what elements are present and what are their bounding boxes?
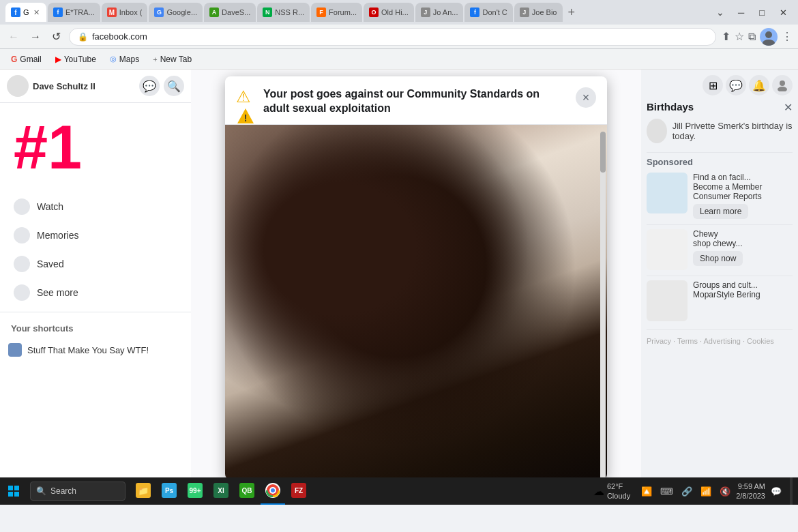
sponsored-title: Sponsored [647,157,793,167]
url-bar[interactable]: 🔒 facebook.com [69,28,716,46]
taskbar-photoshop[interactable]: Ps [157,477,181,505]
link-icon[interactable]: 🔗 [679,485,695,498]
tab-10[interactable]: f Don't C [464,3,512,22]
tab-4[interactable]: G Google... [149,3,203,22]
quickbooks-icon: QB [239,483,254,498]
sidebar-see-more[interactable]: See more [5,279,186,306]
tab-2[interactable]: f E*TRA... [48,3,100,22]
system-clock[interactable]: 9:59 AM 2/8/2023 [736,482,765,501]
bookmark-label: YouTube [64,55,96,64]
taskbar-filezilla[interactable]: FZ [286,477,311,505]
keyboard-icon[interactable]: ⌨ [657,485,676,498]
page-body: Dave Schultz II 💬 🔍 #1 Watch Memories Sa… [0,70,798,477]
address-bar: ← → ↺ 🔒 facebook.com ⬆ ☆ ⧉ ⋮ [0,25,798,49]
back-button[interactable]: ← [5,29,22,44]
network-icon[interactable]: 🔼 [638,485,655,498]
notification-center-icon[interactable]: 💬 [768,485,784,498]
taskbar-chrome[interactable] [261,477,285,505]
wifi-icon[interactable]: 📶 [698,485,714,498]
taskbar-search-label: Search [50,486,76,496]
grid-icon[interactable]: ⊞ [703,75,723,95]
ad-image-2 [647,229,688,270]
taskbar-quickbooks[interactable]: QB [235,477,259,505]
sidebar-watch-label: Watch [37,201,63,212]
taskbar-file-explorer[interactable]: 📁 [131,477,156,505]
search-sidebar-icon[interactable]: 🔍 [164,76,184,96]
bookmark-label: Gmail [20,55,41,64]
right-sidebar-footer: Privacy · Terms · Advertising · Cookies [647,334,793,348]
tab-9[interactable]: J Jo An... [415,3,464,22]
ad-btn-1[interactable]: Learn more [693,204,748,219]
sidebar-user-avatar [7,75,29,97]
tab-label-6: NSS R... [275,8,304,16]
ad-item-1: Find a on facil... Become a Member Consu… [647,173,793,219]
sidebar-saved[interactable]: Saved [5,250,186,278]
ad-brand-3: MoparStyle Bering [693,290,760,299]
scrollbar-thumb[interactable] [600,132,606,173]
ad-description-2: shop chewy... [693,239,743,248]
ad-text-1: Find a on facil... Become a Member Consu… [693,173,793,219]
refresh-button[interactable]: ↺ [49,29,63,44]
sidebar-watch[interactable]: Watch [5,193,186,220]
birthday-item: Jill Privette Smerk's birthday is today. [647,118,793,144]
tab-5[interactable]: A DaveS... [204,3,256,22]
taskbar-search-bar[interactable]: 🔍 Search [30,482,125,501]
taskbar-counter-app[interactable]: 99+ [183,477,207,505]
tab-label-4: Google... [166,8,197,16]
sidebar-group-item-1[interactable]: Stuff That Make You Say WTF! [0,339,191,361]
right-sidebar: ⊞ 💬 🔔 Birthdays ✕ Jill Privette Smerk's … [641,70,798,477]
volume-icon[interactable]: 🔇 [717,485,733,498]
taskbar-excel[interactable]: Xl [209,477,233,505]
tab-8[interactable]: O Old Hi... [364,3,414,22]
file-explorer-icon: 📁 [136,483,151,498]
tab-7[interactable]: F Forum... [311,3,362,22]
modal-title-block: Your post goes against our Community Sta… [263,87,567,116]
show-desktop-button[interactable] [790,477,793,505]
minimize-button[interactable]: ─ [733,6,750,19]
sidebar-section-title: Your shortcuts [0,318,191,339]
tab-3[interactable]: M Inbox ( [102,3,148,22]
messenger-right-icon[interactable]: 💬 [726,75,746,95]
bookmark-youtube[interactable]: ▶ YouTube [53,53,99,65]
modal-scrollbar[interactable] [600,125,606,477]
tab-close-btn[interactable]: ✕ [32,7,41,18]
search-icon: 🔍 [36,486,46,496]
ad-text-2: Chewy shop chewy... Shop now [693,229,743,266]
modal-overlay: ! Your post goes against our Community S… [191,70,641,477]
split-view-button[interactable]: ⧉ [748,31,756,43]
menu-button[interactable]: ⋮ [782,30,793,43]
tab-facebook[interactable]: f G ✕ [5,3,46,22]
tab-list-button[interactable]: ⌄ [712,5,728,19]
notification-icon[interactable]: 🔔 [749,75,769,95]
sidebar-group-label: Stuff That Make You Say WTF! [27,345,149,355]
ad-btn-2[interactable]: Shop now [693,251,743,266]
counter-icon: 99+ [188,483,203,498]
maximize-button[interactable]: □ [754,6,770,19]
weather-text: 62°F Cloudy [607,482,630,501]
close-button[interactable]: ✕ [774,6,793,19]
ad-description-3: Groups and cult... [693,280,760,290]
ad-description-1: Become a Member Consumer Reports [693,182,793,201]
new-tab-button[interactable]: + [564,5,580,20]
bookmark-newtab[interactable]: + New Tab [150,53,194,65]
bookmark-maps[interactable]: ◎ Maps [107,53,142,65]
main-feed: ! Your post goes against our Community S… [191,70,641,477]
share-button[interactable]: ⬆ [722,30,730,43]
messenger-icon[interactable]: 💬 [139,76,160,96]
start-button[interactable] [0,477,27,505]
sidebar-memories[interactable]: Memories [5,222,186,249]
birthdays-close-btn[interactable]: ✕ [784,101,793,114]
weather-widget[interactable]: ☁ 62°F Cloudy [593,482,630,501]
modal-close-button[interactable]: × [576,87,596,108]
account-icon[interactable] [772,75,793,95]
bookmark-button[interactable]: ☆ [735,30,744,43]
tab-11[interactable]: J Joe Bio [514,3,563,22]
watch-icon [14,198,30,215]
forward-button[interactable]: → [27,29,44,44]
bookmark-gmail[interactable]: G Gmail [8,53,44,65]
weather-condition: Cloudy [607,491,630,501]
excel-icon: Xl [213,483,228,498]
sidebar-divider [0,312,191,312]
tab-6[interactable]: N NSS R... [257,3,310,22]
profile-avatar[interactable] [760,28,778,46]
